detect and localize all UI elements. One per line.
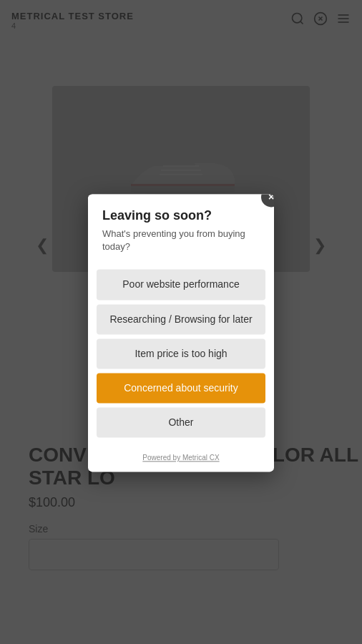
exit-intent-modal: Leaving so soon? What's preventing you f… <box>88 194 274 472</box>
modal-footer: Powered by Metrical CX <box>88 447 274 472</box>
option-button-0[interactable]: Poor website performance <box>97 270 265 300</box>
modal-header: Leaving so soon? What's preventing you f… <box>88 194 274 263</box>
option-button-2[interactable]: Item price is too high <box>97 338 265 369</box>
modal-title: Leaving so soon? <box>102 208 260 223</box>
option-button-1[interactable]: Researching / Browsing for later <box>97 304 265 334</box>
option-button-3[interactable]: Concerned about security <box>97 373 265 403</box>
powered-by-link[interactable]: Powered by Metrical CX <box>142 454 219 462</box>
modal-subtitle: What's preventing you from buying today? <box>102 228 260 253</box>
option-button-4[interactable]: Other <box>97 408 265 438</box>
modal-close-button[interactable]: × <box>261 194 274 207</box>
modal-options-list: Poor website performanceResearching / Br… <box>88 264 274 447</box>
phone-frame: METRICAL TEST STORE 4 <box>0 0 362 644</box>
